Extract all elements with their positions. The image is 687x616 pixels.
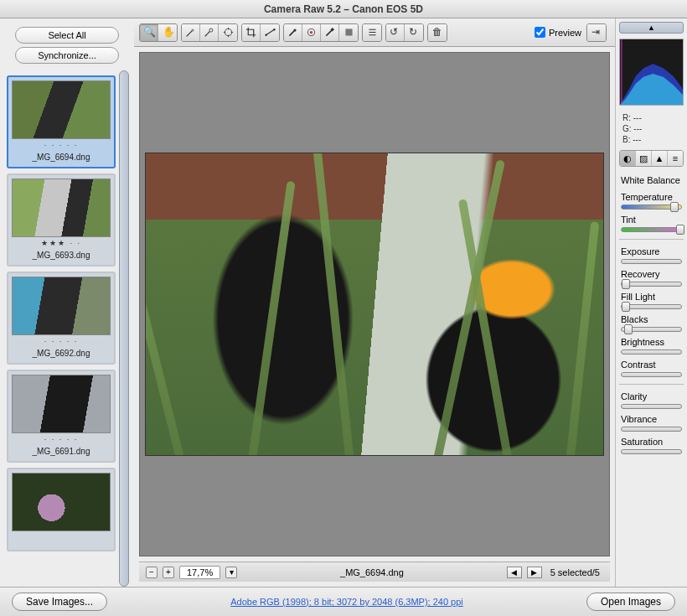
recovery-label: Recovery [621,269,682,279]
workflow-options-link[interactable]: Adobe RGB (1998); 8 bit; 3072 by 2048 (6… [116,597,578,607]
filmstrip-thumb[interactable]: ★★★ · ·_MG_6693.dng [7,173,116,267]
tab-hsl[interactable]: ≡ [668,151,683,166]
preview-label: Preview [549,28,581,38]
white-balance-tool[interactable] [182,24,200,41]
zoom-level[interactable]: 17,7% [179,566,220,579]
preferences-tool[interactable] [363,24,381,41]
filmstrip-thumb[interactable]: · · · · ·_MG_6691.dng [7,370,116,463]
thumb-rating: · · · · · [12,337,111,347]
color-sampler-tool[interactable] [200,24,219,41]
tab-curve[interactable]: ▨ [636,151,652,166]
filmstrip-thumb[interactable] [7,468,116,551]
status-filename: _MG_6694.dng [242,567,501,577]
contrast-slider[interactable] [621,372,682,377]
toolbar: 🔍 ✋ ↺ ↻ [134,18,615,47]
histogram[interactable] [619,39,684,106]
vibrance-slider[interactable] [621,427,682,432]
adjustment-brush-tool[interactable] [321,24,339,41]
thumb-filename: _MG_6694.dng [12,151,111,165]
filmstrip-panel: Select All Synchronize... · · · · ·_MG_6… [0,18,134,587]
white-balance-label: White Balance [621,172,682,187]
saturation-slider[interactable] [621,449,682,454]
readout-g: G: --- [622,123,680,134]
save-images-button[interactable]: Save Images... [12,593,107,611]
thumb-filename: _MG_6691.dng [12,445,111,459]
readout-b: B: --- [622,134,680,145]
svg-point-3 [265,34,266,36]
window-titlebar: Camera Raw 5.2 – Canon EOS 5D [0,0,687,18]
zoom-tool[interactable]: 🔍 [140,24,158,41]
hand-tool[interactable]: ✋ [158,24,177,41]
zoom-dropdown[interactable]: ▾ [225,567,237,578]
main-image [145,153,604,456]
svg-rect-9 [345,28,352,35]
clarity-label: Clarity [621,391,682,401]
preview-checkbox[interactable] [535,27,545,38]
crop-tool[interactable] [242,24,261,41]
thumb-rating: · · · · · [12,141,111,151]
spot-removal-tool[interactable] [284,24,302,41]
svg-point-1 [209,28,213,32]
temperature-label: Temperature [621,192,682,202]
thumb-rating [12,533,111,543]
rotate-ccw-button[interactable]: ↺ [386,24,405,41]
exposure-label: Exposure [621,246,682,256]
rotate-cw-button[interactable]: ↻ [405,24,423,41]
thumb-filename [12,543,111,548]
svg-point-5 [293,28,296,31]
svg-point-0 [191,28,194,31]
temperature-slider[interactable] [621,204,682,210]
panel-scroll-up[interactable]: ▲ [619,22,684,34]
thumb-filename: _MG_6692.dng [12,347,111,361]
straighten-tool[interactable] [261,24,279,41]
preview-panel: 🔍 ✋ ↺ ↻ [134,18,615,587]
tint-slider[interactable] [621,227,682,232]
window-title: Camera Raw 5.2 – Canon EOS 5D [264,3,423,15]
synchronize-button[interactable]: Synchronize... [15,47,119,64]
thumb-image [12,277,111,335]
zoom-out-button[interactable]: − [146,567,158,578]
thumb-image [12,179,111,237]
preview-canvas[interactable] [139,52,610,556]
select-all-button[interactable]: Select All [15,27,119,44]
fill-light-slider[interactable] [621,304,682,309]
blacks-slider[interactable] [621,327,682,332]
saturation-label: Saturation [621,437,682,447]
thumb-filename: _MG_6693.dng [12,249,111,263]
thumb-image [12,80,111,139]
filmstrip-scrollbar[interactable] [119,70,129,587]
contrast-label: Contrast [621,360,682,370]
graduated-filter-tool[interactable] [339,24,358,41]
filmstrip-thumb[interactable]: · · · · ·_MG_6692.dng [7,272,116,365]
zoom-in-button[interactable]: + [163,567,174,578]
red-eye-tool[interactable] [302,24,321,41]
prev-image-button[interactable]: ◀ [507,567,522,578]
fullscreen-button[interactable]: ⇥ [587,24,606,41]
blacks-label: Blacks [621,314,682,324]
recovery-slider[interactable] [621,282,682,287]
clarity-slider[interactable] [621,404,682,409]
vibrance-label: Vibrance [621,414,682,424]
bottom-bar: Save Images... Adobe RGB (1998); 8 bit; … [0,587,687,616]
filmstrip-thumb[interactable]: · · · · ·_MG_6694.dng [7,75,116,168]
delete-button[interactable]: 🗑 [428,24,447,41]
readout-r: R: --- [622,112,680,123]
selection-count: 5 selected/5 [547,567,603,577]
brightness-slider[interactable] [621,349,682,355]
tab-basic[interactable]: ◐ [620,151,636,166]
status-bar: − + 17,7% ▾ _MG_6694.dng ◀ ▶ 5 selected/… [139,562,610,582]
tint-label: Tint [621,215,682,225]
svg-point-2 [225,28,231,35]
thumb-rating: · · · · · [12,435,111,445]
adjustments-panel: ▲ R: --- G: --- B: --- ◐ ▨ ▲ ≡ White Bal… [615,18,687,587]
next-image-button[interactable]: ▶ [527,567,542,578]
preview-toggle[interactable]: Preview [535,27,581,38]
thumb-image [12,473,111,531]
targeted-adjust-tool[interactable] [219,24,237,41]
tab-detail[interactable]: ▲ [652,151,668,166]
adjustment-tabs: ◐ ▨ ▲ ≡ [619,150,684,167]
brightness-label: Brightness [621,337,682,347]
open-images-button[interactable]: Open Images [586,593,675,611]
svg-point-7 [310,31,313,34]
exposure-slider[interactable] [621,259,682,264]
